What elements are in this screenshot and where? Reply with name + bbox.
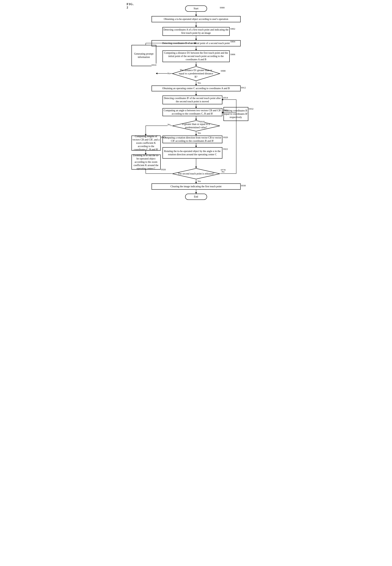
yes-s918: Yes <box>197 131 201 134</box>
svg-marker-3 <box>195 26 197 27</box>
s926-ref: S926 <box>161 168 166 171</box>
s908-text: The distance D1 greater than or equal to… <box>172 69 220 79</box>
svg-marker-11 <box>156 73 157 74</box>
s906-box: Computing a distance D1 between the firs… <box>163 50 230 62</box>
start-label: Start <box>194 7 198 10</box>
s908-ref: S908 <box>221 69 226 72</box>
svg-marker-16 <box>195 84 197 86</box>
s922-label: Rotating the to-be-operated object by th… <box>163 150 222 156</box>
end-label: End <box>194 195 198 198</box>
s914-ref: S914 <box>223 96 228 99</box>
s908-diamond: The distance D1 greater than or equal to… <box>172 66 220 81</box>
s910-ref: S910 <box>152 64 156 67</box>
s922-ref: S922 <box>223 148 228 151</box>
svg-marker-9 <box>195 65 197 66</box>
s916-box: Computing an angle α between two vectors… <box>163 108 222 116</box>
s912-box: Obtaining an operating center C accordin… <box>152 86 241 91</box>
s902-box: Detecting coordinates A of a first touch… <box>163 27 230 36</box>
s906-ref: S906 <box>230 53 235 56</box>
s906-label: Computing a distance D1 between the firs… <box>163 51 229 61</box>
s901-box: Obtaining a to-be-operated object accord… <box>152 16 241 22</box>
svg-marker-40 <box>195 192 197 194</box>
svg-marker-7 <box>195 49 197 50</box>
s930-ref: S930 <box>241 184 246 187</box>
s926-box: Zooming in or out the to-be-operated obj… <box>131 155 161 170</box>
s912-ref: S912 <box>241 86 246 89</box>
yes-s928: Yes <box>197 180 201 183</box>
genprompt-box: Generating prompt information <box>131 45 156 66</box>
s932-label: Making coordinates B equal to coordinate… <box>224 109 248 119</box>
genprompt-label: Generating prompt information <box>132 52 156 59</box>
svg-marker-26 <box>195 146 197 147</box>
no-s908: No <box>168 72 170 75</box>
s916-label: Computing an angle α between two vectors… <box>163 109 222 116</box>
s924-box: Computing lengths of vectors CB and CB',… <box>131 136 161 151</box>
s914-label: Detecting coordinates B' of the second t… <box>163 97 222 103</box>
no-s928: No <box>222 170 224 173</box>
s926-label: Zooming in or out the to-be-operated obj… <box>132 154 160 171</box>
s930-box: Clearing the image indicating the first … <box>152 183 241 190</box>
s914-box: Detecting coordinates B' of the second t… <box>163 96 222 104</box>
s920-ref: S920 <box>223 136 228 139</box>
s904-box: Detecting coordinates B of an initial po… <box>152 40 241 46</box>
s930-label: Clearing the image indicating the first … <box>170 185 222 188</box>
s928-diamond: The second touch point is released? <box>172 168 220 179</box>
s920-label: Computing a rotation direction from vect… <box>163 136 222 143</box>
svg-marker-18 <box>195 94 197 96</box>
start-shape: Start <box>185 5 207 12</box>
svg-marker-5 <box>195 39 197 40</box>
s932-box: Making coordinates B equal to coordinate… <box>224 107 248 121</box>
s901-label: Obtaining a to-be-operated object accord… <box>164 17 228 21</box>
yes-s908: Yes <box>197 82 201 84</box>
s902-label: Detecting coordinates A of a first touch… <box>163 28 229 35</box>
s902-ref: S902 <box>230 28 235 30</box>
svg-marker-22 <box>195 119 197 120</box>
end-shape: End <box>185 194 207 200</box>
s932-ref: S932 <box>249 107 254 110</box>
s920-box: Computing a rotation direction from vect… <box>163 136 222 143</box>
s922-box: Rotating the to-be-operated object by th… <box>163 147 222 159</box>
s912-label: Obtaining an operating center C accordin… <box>162 87 230 90</box>
svg-marker-24 <box>195 134 197 136</box>
s900-label: S900 <box>220 6 225 9</box>
diagram-container: Start S900 Obtaining a to-be-operated ob… <box>127 4 266 208</box>
s928-text: The second touch point is released? <box>172 172 220 175</box>
svg-marker-20 <box>195 107 197 108</box>
s918-diamond: α greater than or equal to a predetermin… <box>172 120 220 131</box>
svg-marker-38 <box>195 182 197 183</box>
s904-label: Detecting coordinates B of an initial po… <box>162 42 230 45</box>
s918-text: α greater than or equal to a predetermin… <box>172 123 220 129</box>
svg-marker-36 <box>195 167 197 168</box>
s924-label: Computing lengths of vectors CB and CB',… <box>132 135 160 151</box>
no-s918: No <box>168 123 170 126</box>
svg-marker-1 <box>195 15 197 16</box>
